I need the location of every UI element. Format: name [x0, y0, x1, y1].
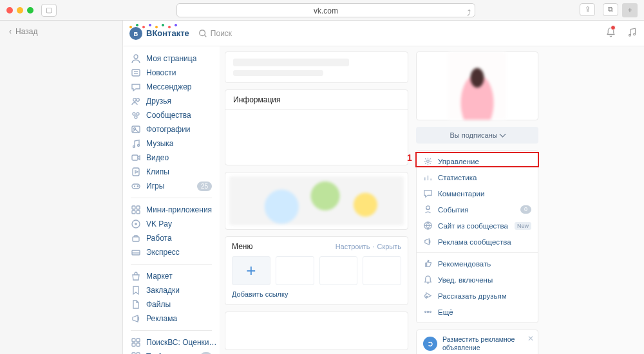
mgmt-item-comm-ads[interactable]: Реклама сообщества [417, 234, 538, 250]
svg-point-4 [134, 55, 138, 59]
sidebar-item-friends[interactable]: Друзья [131, 94, 220, 108]
express-icon [131, 247, 141, 257]
sidebar-item-miniapps[interactable]: Мини-приложения [131, 203, 220, 217]
mgmt-item-more[interactable]: Ещё [417, 304, 538, 320]
sidebar-item-label: Мессенджер [146, 82, 191, 91]
mgmt-label: Рассказать друзьям [438, 292, 507, 300]
reader-icon[interactable]: ⤴ [467, 6, 471, 20]
mgmt-item-share[interactable]: Рассказать друзьям [417, 288, 538, 304]
svg-point-9 [137, 98, 140, 102]
sidebar-item-photos[interactable]: Фотографии [131, 122, 220, 136]
sidebar-item-communities[interactable]: Сообщества [131, 108, 220, 122]
browser-toolbar: ▢ vk.com ⤴ ⇪ ⧉ + [0, 0, 644, 21]
subscribed-button[interactable]: Вы подписаны [416, 127, 538, 144]
sidebar-item-topface[interactable]: Topface4 [131, 349, 220, 354]
svg-rect-23 [132, 206, 135, 209]
mgmt-item-stats[interactable]: Статистика [417, 169, 538, 185]
back-button[interactable]: ‹ Назад [9, 27, 113, 36]
add-menu-tile[interactable]: + [232, 256, 270, 285]
market-icon [131, 271, 141, 281]
sidebar-item-poiskvs[interactable]: ПоискВС: Оценки… [131, 335, 220, 349]
mgmt-label: Комментарии [438, 190, 484, 198]
window-zoom-icon[interactable] [27, 7, 33, 14]
sidebar-item-bookmarks[interactable]: Закладки [131, 283, 220, 297]
sidebar-item-news[interactable]: Новости [131, 66, 220, 80]
svg-rect-17 [132, 155, 138, 160]
sidebar-item-ads[interactable]: Реклама [131, 312, 220, 326]
search-input[interactable]: Поиск [198, 26, 272, 41]
news-icon [131, 68, 141, 78]
sidebar-item-label: Реклама [146, 314, 177, 323]
svg-rect-28 [133, 237, 139, 241]
sidebar-item-label: VK Pay [146, 219, 172, 228]
notifications-button[interactable] [605, 27, 616, 40]
sidebar-item-files[interactable]: Файлы [131, 297, 220, 312]
back-label: Назад [15, 27, 37, 36]
svg-rect-5 [132, 70, 140, 76]
menu-card: Меню Настроить · Скрыть + [225, 236, 408, 305]
vk-logo[interactable]: в ВКонтакте [129, 27, 189, 40]
svg-rect-33 [132, 343, 135, 346]
svg-point-2 [629, 34, 631, 36]
comments-icon [423, 189, 433, 198]
sidebar-item-games[interactable]: Игры25 [131, 179, 220, 193]
window-minimize-icon[interactable] [17, 7, 23, 14]
menu-configure-link[interactable]: Настроить [336, 243, 370, 250]
games-icon [131, 181, 141, 191]
promo-line1: Разместить рекламное [442, 335, 515, 344]
new-tab-button[interactable]: + [622, 3, 638, 17]
sidebar-item-express[interactable]: Экспресс [131, 245, 220, 259]
sidebar-item-clips[interactable]: Клипы [131, 165, 220, 179]
notif-icon [423, 275, 433, 284]
menu-tile[interactable] [363, 256, 401, 285]
svg-rect-25 [132, 210, 135, 214]
add-link-button[interactable]: Добавить ссылку [232, 290, 401, 298]
clips-icon [131, 167, 141, 177]
community-avatar-card [416, 51, 538, 120]
svg-rect-24 [137, 206, 140, 209]
mgmt-item-site[interactable]: Сайт из сообществаNew [417, 218, 538, 234]
sidebar-item-label: Игры [146, 182, 164, 191]
ads-icon [131, 313, 141, 324]
menu-title: Меню [232, 242, 252, 251]
sidebar-toggle-button[interactable]: ▢ [41, 4, 57, 17]
poiskvs-icon [131, 337, 141, 348]
sidebar-item-vkpay[interactable]: VK Pay [131, 217, 220, 231]
my-page-icon [131, 53, 141, 64]
share-button[interactable]: ⇪ [580, 3, 595, 16]
mgmt-item-comments[interactable]: Комментарии [417, 185, 538, 201]
community-header-card [225, 51, 408, 83]
mgmt-item-recommend[interactable]: Рекомендовать [417, 256, 538, 272]
music-player-button[interactable] [627, 27, 638, 40]
sidebar-item-jobs[interactable]: Работа [131, 231, 220, 245]
comm-ads-icon [423, 237, 433, 247]
mgmt-label: Рекомендовать [438, 260, 491, 268]
search-icon [198, 29, 207, 38]
window-close-icon[interactable] [6, 7, 13, 14]
mgmt-item-notif[interactable]: Увед. включены [417, 272, 538, 288]
sidebar-item-video[interactable]: Видео [131, 151, 220, 165]
blurred-cover-image [229, 176, 404, 225]
info-card: Информация [225, 89, 408, 165]
menu-hide-link[interactable]: Скрыть [377, 243, 401, 250]
bookmarks-icon [131, 285, 141, 295]
info-title: Информация [225, 90, 408, 110]
sidebar-item-messenger[interactable]: Мессенджер [131, 80, 220, 94]
messenger-icon [131, 82, 141, 92]
tabs-button[interactable]: ⧉ [603, 3, 618, 16]
menu-tile[interactable] [276, 256, 314, 285]
menu-tile[interactable] [319, 256, 358, 285]
promo-card[interactable]: ➲ Разместить рекламное объявление ✕ [416, 330, 538, 354]
mgmt-item-events[interactable]: События0 [417, 201, 538, 218]
sidebar-item-music[interactable]: Музыка [131, 136, 220, 151]
jobs-icon [131, 233, 141, 243]
url-bar[interactable]: vk.com ⤴ [176, 3, 475, 17]
vkpay-icon [131, 219, 141, 229]
close-icon[interactable]: ✕ [527, 334, 534, 343]
sidebar-item-my-page[interactable]: Моя страница [131, 51, 220, 66]
svg-point-10 [133, 113, 135, 115]
cover-image-card [225, 172, 408, 230]
sidebar-badge: 25 [197, 182, 212, 191]
posts-card [225, 312, 408, 350]
sidebar-item-market[interactable]: Маркет [131, 269, 220, 283]
